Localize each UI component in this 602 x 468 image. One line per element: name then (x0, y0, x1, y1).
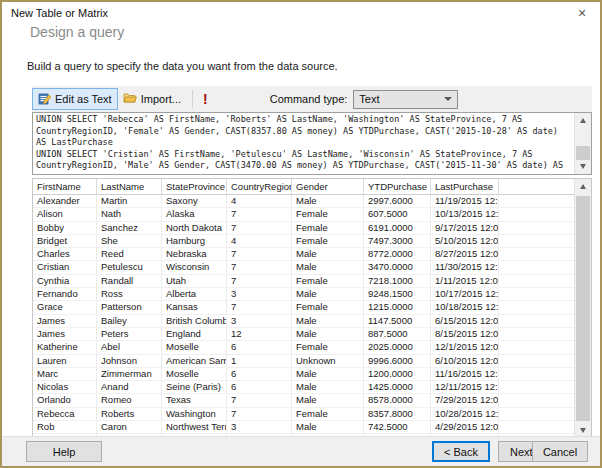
table-cell-filler (499, 222, 575, 234)
table-row[interactable]: JamesBaileyBritish Columbia3Male1147.500… (33, 315, 575, 328)
table-row[interactable]: BridgetSheHamburg4Female7497.30005/10/20… (33, 235, 575, 248)
table-row[interactable]: AlisonNathAlaska7Female607.500010/13/201… (33, 208, 575, 221)
table-cell-filler (499, 421, 575, 433)
scroll-up-icon[interactable] (575, 179, 591, 194)
table-cell: Nebraska (162, 248, 227, 260)
table-cell: 1200.0000 (364, 368, 431, 380)
command-type-value: Text (359, 93, 379, 105)
table-cell: British Columbia (162, 315, 227, 327)
table-cell: Northwest Terri... (162, 421, 227, 433)
table-row[interactable]: FernandoRossAlberta3Male9248.150010/17/2… (33, 288, 575, 301)
import-label: Import... (141, 93, 181, 105)
table-cell: James (33, 328, 97, 340)
table-cell: 3470.0000 (364, 261, 431, 273)
table-cell: 607.5000 (364, 208, 431, 220)
table-row[interactable]: GracePattersonKansas7Female1215.000010/1… (33, 301, 575, 314)
table-cell: Male (292, 248, 364, 260)
table-cell: 6 (227, 368, 292, 380)
table-cell: Katherine (33, 341, 97, 353)
table-cell: Female (292, 408, 364, 420)
table-cell: 5/10/2015 12:0... (431, 235, 499, 247)
table-cell: Kansas (162, 301, 227, 313)
table-row[interactable]: BobbySanchezNorth Dakota7Female6191.0000… (33, 222, 575, 235)
table-cell: 8/27/2015 12:0... (431, 248, 499, 260)
table-cell: 10/17/2015 12:... (431, 288, 499, 300)
table-row[interactable]: MarcZimmermanMoselle6Male1200.000011/16/… (33, 368, 575, 381)
window-title: New Table or Matrix (11, 7, 108, 19)
run-query-icon[interactable]: ! (199, 92, 212, 106)
table-cell: Patterson (97, 301, 162, 313)
table-row[interactable]: CharlesReedNebraska7Male8772.00008/27/20… (33, 248, 575, 261)
table-row[interactable]: NicolasAnandSeine (Paris)6Male1425.00001… (33, 381, 575, 394)
table-cell: 7 (227, 248, 292, 260)
table-row[interactable]: CynthiaRandallUtah7Female7218.10001/11/2… (33, 275, 575, 288)
table-cell: Female (292, 222, 364, 234)
table-cell-filler (499, 301, 575, 313)
column-header[interactable]: Gender (292, 179, 364, 194)
results-scrollbar[interactable] (574, 179, 591, 438)
table-cell-filler (499, 355, 575, 367)
table-row[interactable]: OrlandoRomeoTexas7Male8578.00007/29/2015… (33, 394, 575, 407)
table-cell: Zimmerman (97, 368, 162, 380)
table-cell: 7218.1000 (364, 275, 431, 287)
query-text[interactable]: UNION SELECT 'Rebecca' AS FirstName, 'Ro… (36, 114, 573, 173)
back-button[interactable]: < Back (432, 441, 490, 462)
query-toolbar: Edit as Text Import... ! Command type: T… (32, 86, 592, 112)
table-cell: Male (292, 421, 364, 433)
table-row[interactable]: KatherineAbelMoselle6Female2025.000012/1… (33, 341, 575, 354)
table-cell-filler (499, 288, 575, 300)
table-row[interactable]: RobCaronNorthwest Terri...3Male742.50004… (33, 421, 575, 434)
table-cell: Bridget (33, 235, 97, 247)
table-row[interactable]: RebeccaRobertsWashington7Female8357.8000… (33, 408, 575, 421)
table-cell: 8772.0000 (364, 248, 431, 260)
scrollbar-thumb[interactable] (576, 146, 590, 160)
table-cell: 7497.3000 (364, 235, 431, 247)
table-cell: 1425.0000 (364, 381, 431, 393)
column-header[interactable]: CountryRegionID (227, 179, 292, 194)
scroll-down-icon[interactable] (575, 159, 591, 174)
cancel-button[interactable]: Cancel (532, 441, 588, 462)
table-cell: 10/13/2015 12:... (431, 208, 499, 220)
table-cell: 7 (227, 394, 292, 406)
column-header[interactable]: LastName (97, 179, 162, 194)
edit-as-text-button[interactable]: Edit as Text (32, 88, 118, 110)
table-cell: Unknown (292, 355, 364, 367)
table-cell: Male (292, 394, 364, 406)
table-cell-filler (499, 368, 575, 380)
scroll-up-icon[interactable] (575, 113, 591, 128)
import-button[interactable]: Import... (118, 88, 186, 110)
command-type-dropdown[interactable]: Text (353, 90, 458, 109)
column-header[interactable]: LastPurchase (431, 179, 499, 194)
table-cell: 8578.0000 (364, 394, 431, 406)
table-cell: 7 (227, 208, 292, 220)
query-text-editor[interactable]: UNION SELECT 'Rebecca' AS FirstName, 'Ro… (32, 112, 592, 175)
table-cell: Texas (162, 394, 227, 406)
table-cell: Johnson (97, 355, 162, 367)
table-cell: Roberts (97, 408, 162, 420)
help-button[interactable]: Help (26, 441, 102, 462)
scrollbar-thumb[interactable] (576, 196, 590, 421)
table-cell: Alaska (162, 208, 227, 220)
table-cell: 3 (227, 288, 292, 300)
table-cell: Cristian (33, 261, 97, 273)
table-cell: 6/10/2015 12:0... (431, 355, 499, 367)
title-bar: New Table or Matrix × (2, 2, 600, 24)
column-header[interactable]: StateProvince (162, 179, 227, 194)
table-row[interactable]: LaurenJohnsonAmerican Samoa1Unknown9996.… (33, 355, 575, 368)
table-cell: Female (292, 275, 364, 287)
query-scrollbar[interactable] (574, 113, 591, 174)
table-row[interactable]: AlexanderMartinSaxony4Male2997.600011/19… (33, 195, 575, 208)
table-cell-filler (499, 381, 575, 393)
table-row[interactable]: CristianPetulescuWisconsin7Male3470.0000… (33, 261, 575, 274)
table-cell: 2025.0000 (364, 341, 431, 353)
edit-as-text-label: Edit as Text (55, 93, 112, 105)
close-icon[interactable]: × (574, 5, 590, 21)
table-cell: 12 (227, 328, 292, 340)
table-cell: 7 (227, 275, 292, 287)
column-header[interactable]: FirstName (33, 179, 97, 194)
table-cell: Cynthia (33, 275, 97, 287)
table-cell: Male (292, 195, 364, 207)
column-header[interactable]: YTDPurchase (364, 179, 431, 194)
table-row[interactable]: JamesPetersEngland12Male887.50008/15/201… (33, 328, 575, 341)
table-cell: Rebecca (33, 408, 97, 420)
